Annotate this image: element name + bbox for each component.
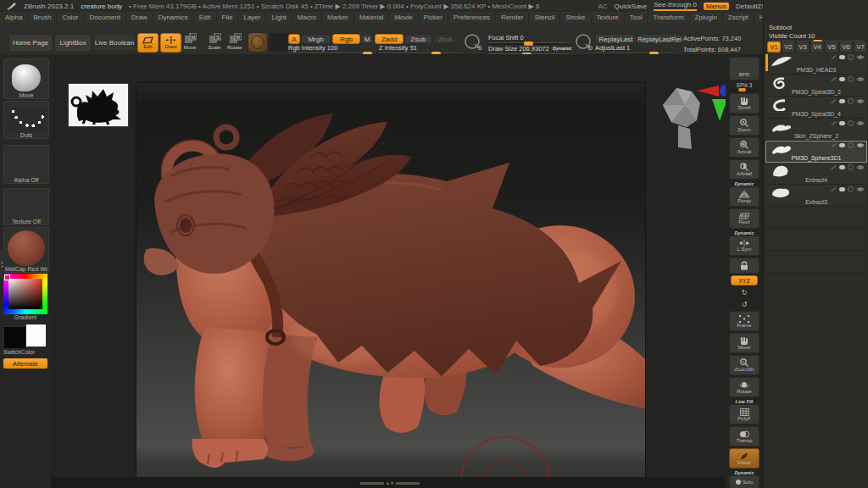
v1-button[interactable]: V1	[767, 42, 781, 53]
v2-button[interactable]: V2	[782, 42, 795, 53]
menu-document[interactable]: Document	[85, 13, 126, 23]
spix-slider-label[interactable]: SPix 3	[737, 82, 753, 88]
subtool-row-empty[interactable]	[765, 251, 867, 273]
subtool-row-icons[interactable]	[831, 120, 865, 126]
menu-transform[interactable]: Transform	[648, 13, 689, 23]
move-canvas-button[interactable]: Move	[729, 333, 760, 353]
material-selector[interactable]: MatCap Red Wax	[3, 227, 49, 273]
zadd-button[interactable]: Zadd	[375, 34, 403, 44]
menu-file[interactable]: File	[217, 13, 239, 23]
menu-material[interactable]: Material	[354, 13, 389, 23]
spin-ccw-icon[interactable]: ↺	[730, 299, 759, 309]
subtool-row-spiral3d-4[interactable]: PM3D_Spiral3D_4	[765, 97, 867, 119]
color-picker[interactable]: Gradient	[3, 271, 47, 320]
replay-last-rel-button[interactable]: ReplayLastRel	[637, 34, 682, 44]
lightbox-button[interactable]: LightBox	[54, 34, 92, 52]
rotate-gyro-button[interactable]: R Rotate	[227, 33, 242, 50]
menu-tool[interactable]: Tool	[625, 13, 648, 23]
current-material-preview[interactable]	[269, 32, 289, 53]
subtool-row-icons[interactable]	[831, 76, 865, 82]
menu-marker[interactable]: Marker	[322, 13, 354, 23]
current-brush-preview[interactable]	[248, 32, 268, 53]
edit-button[interactable]: Edit	[137, 33, 159, 53]
actual-button[interactable]: Actual	[729, 137, 760, 158]
m-channel-button[interactable]: M	[361, 34, 373, 44]
menus-button[interactable]: Menus	[704, 3, 729, 10]
menu-texture[interactable]: Texture	[592, 13, 625, 23]
xyz-symmetry-button[interactable]: XYZ	[731, 275, 758, 286]
tray-divider-handle[interactable]: ▲▼	[0, 250, 4, 279]
quicksave-button[interactable]: QuickSave	[615, 3, 648, 10]
rgb-button[interactable]: Rgb	[332, 34, 360, 44]
subtool-row-pm3d-head3[interactable]: PM3D_HEAD3	[765, 53, 867, 75]
camera-head-preview[interactable]	[654, 81, 734, 152]
eye-icon[interactable]	[856, 186, 865, 192]
menu-layer[interactable]: Layer	[238, 13, 266, 23]
canvas-snapshot-thumbnail[interactable]	[68, 83, 129, 127]
bottom-tray-handle[interactable]: ▲▼	[360, 481, 420, 485]
solo-button[interactable]: Solo	[729, 475, 760, 488]
bpr-render-button[interactable]: BPR	[729, 57, 760, 80]
stroke-picker-button[interactable]: S	[464, 33, 482, 52]
polyframe-button[interactable]: PolyF	[729, 404, 760, 424]
lsym-button[interactable]: L.Sym	[729, 236, 760, 256]
replay-last-button[interactable]: ReplayLast	[595, 34, 637, 44]
menu-light[interactable]: Light	[266, 13, 292, 23]
eye-icon[interactable]	[856, 120, 865, 126]
subtool-panel-title[interactable]: Subtool	[769, 24, 792, 31]
v6-button[interactable]: V6	[839, 42, 853, 53]
subtool-row-skin-zsphere-2[interactable]: Skin_ZSphere_2	[765, 119, 867, 141]
zcut-button[interactable]: Zcut	[433, 34, 457, 44]
mrgb-button[interactable]: Mrgb	[301, 34, 331, 44]
transp-button[interactable]: Transp	[729, 426, 760, 446]
focal-shift-slider[interactable]: Focal Shift 0	[488, 34, 570, 45]
menu-stroke[interactable]: Stroke	[560, 13, 591, 23]
persp-button[interactable]: Persp	[729, 186, 760, 207]
subtool-row-empty[interactable]	[765, 207, 867, 229]
menu-stencil[interactable]: Stencil	[529, 13, 560, 23]
draw-button[interactable]: Draw	[160, 33, 181, 53]
menu-picker[interactable]: Picker	[419, 13, 448, 23]
subtool-row-icons[interactable]	[831, 98, 865, 104]
ghost-button[interactable]: Ghost	[729, 448, 760, 469]
home-page-button[interactable]: Home Page	[8, 34, 53, 52]
zoom-button[interactable]: Zoom	[729, 115, 760, 136]
sculpt-canvas[interactable]	[136, 82, 646, 479]
v7-button[interactable]: V7	[854, 42, 867, 53]
main-color-swatch[interactable]	[3, 326, 26, 349]
menu-draw[interactable]: Draw	[126, 13, 153, 23]
frame-button[interactable]: Frame	[729, 311, 760, 331]
menu-render[interactable]: Render	[496, 13, 529, 23]
live-boolean-button[interactable]: Live Boolean	[93, 34, 136, 52]
eye-icon[interactable]	[856, 142, 865, 148]
see-through-slider[interactable]: See-through 0	[654, 1, 697, 11]
alternate-button[interactable]: Alternate	[3, 358, 47, 369]
hue-ring[interactable]	[3, 274, 47, 314]
menu-brush[interactable]: Brush	[28, 13, 57, 23]
v5-button[interactable]: V5	[825, 42, 838, 53]
switch-color[interactable]: SwitchColor	[3, 324, 47, 355]
menu-preferences[interactable]: Preferences	[448, 13, 496, 23]
subtool-row-icons[interactable]	[831, 186, 865, 192]
menu-zplugin[interactable]: Zplugin	[690, 13, 723, 23]
eye-icon[interactable]	[856, 54, 865, 60]
subtool-row-extract4[interactable]: Extract4	[765, 163, 867, 185]
menu-edit[interactable]: Edit	[194, 13, 217, 23]
texture-selector[interactable]: Texture Off	[3, 188, 49, 225]
menu-movie[interactable]: Movie	[389, 13, 418, 23]
subtool-row-spiral3d-2[interactable]: PM3D_Spiral3D_2	[765, 75, 867, 97]
zsub-button[interactable]: Zsub	[404, 34, 432, 44]
menu-macro[interactable]: Macro	[292, 13, 322, 23]
secondary-color-swatch[interactable]	[26, 324, 46, 347]
subtool-row-empty[interactable]	[765, 229, 867, 251]
floor-button[interactable]: Floor	[729, 208, 760, 229]
menu-dynamics[interactable]: Dynamics	[153, 13, 194, 23]
spix-slider-track[interactable]	[732, 89, 757, 91]
scale-gyro-button[interactable]: S Scale	[208, 33, 221, 50]
rotate-canvas-button[interactable]: Rotate	[729, 377, 760, 397]
subtool-row-pm3d-sphere3d1-selected[interactable]: PM3D_Sphere3D1	[765, 141, 867, 163]
zoom3d-button[interactable]: Zoom3D	[729, 355, 760, 375]
saturation-square[interactable]	[8, 279, 42, 309]
material-channel-a-button[interactable]: A	[288, 34, 300, 44]
eye-icon[interactable]	[856, 164, 865, 170]
